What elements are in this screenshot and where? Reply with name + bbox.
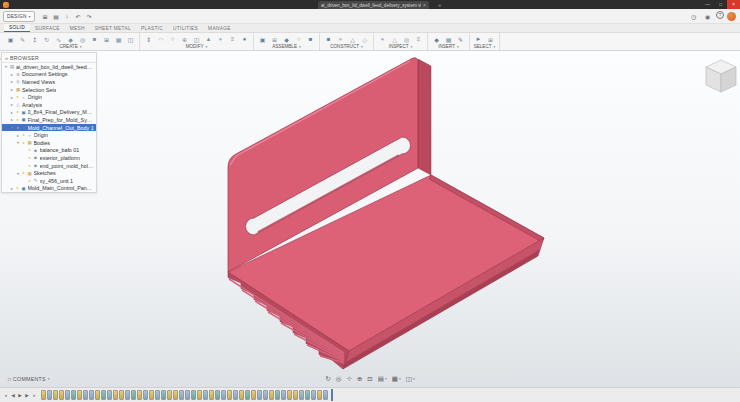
assemble-new-component-tool-icon[interactable]: ▣ [257,34,268,44]
visibility-bulb-icon[interactable]: ● [28,156,32,160]
step-back-button[interactable]: ◀ [10,393,16,398]
expand-arrow-icon[interactable]: ▸ [10,102,14,107]
timeline-feature-extrude-38[interactable] [263,390,268,400]
insert-derive-tool-icon[interactable]: ◆ [431,34,442,44]
timeline-feature-extrude-28[interactable] [203,390,208,400]
timeline-feature-sketch-4[interactable] [59,390,64,400]
expand-arrow-icon[interactable]: ▸ [10,87,14,92]
viewport-canvas[interactable]: ⌂ « BROWSER ▾▤ai_driven_box_lid_dwell_fe… [0,51,740,387]
go-to-start-button[interactable]: « [3,393,9,398]
tree-item-sketches[interactable]: ▾●▦Sketches [2,169,96,177]
measure-tool-icon[interactable]: ⌖ [377,34,388,44]
timeline-feature-extrude-12[interactable] [107,390,112,400]
help-icon[interactable]: ? [716,11,724,19]
user-avatar[interactable] [727,12,736,21]
collapse-arrow-icon[interactable]: ▾ [10,125,14,130]
timeline-feature-extrude-44[interactable] [299,390,304,400]
orbit-button[interactable]: ↻ [325,375,330,383]
revolve-tool-icon[interactable]: ↻ [41,34,52,44]
display-settings-button[interactable]: ▤▾ [378,375,387,383]
timeline-feature-sketch-43[interactable] [293,390,298,400]
timeline-feature-sketch-3[interactable] [53,390,58,400]
document-tab[interactable]: ai_driven_box_lid_dwell_feed_delivery_sy… [318,1,429,9]
tab-sheet-metal[interactable]: SHEET METAL [90,24,136,32]
minimize-button[interactable]: — [701,0,714,9]
tree-item-balance-bafo-01[interactable]: ●◆balance_bafo 01 [2,147,96,155]
ribbon-group-label-modify[interactable]: MODIFY▾ [143,44,250,50]
window-select-tool-icon[interactable]: ⊞ [485,34,496,44]
tree-item-origin[interactable]: ▸●⌖Origin [2,131,96,139]
maximize-button[interactable]: □ [714,0,727,9]
tree-item-mold-channel-out-body-1[interactable]: ▾●▣Mold_Channel_Out_Body 1 [2,124,96,132]
timeline-feature-extrude-46[interactable] [311,390,316,400]
visibility-bulb-icon[interactable]: ● [16,126,20,130]
timeline-feature-extrude-18[interactable] [143,390,148,400]
collapse-arrow-icon[interactable]: ▾ [4,64,8,69]
physical-material-tool-icon[interactable]: ● [239,34,250,44]
mirror-tool-icon[interactable]: ◫ [125,34,136,44]
timeline-feature-extrude-48[interactable] [323,390,328,400]
save-icon[interactable]: ↓ [62,11,73,22]
visibility-bulb-icon[interactable]: ● [16,95,20,99]
visibility-bulb-icon[interactable]: ● [22,133,26,137]
step-forward-button[interactable]: ▶ [24,393,30,398]
model-wall-side-face[interactable] [418,59,431,175]
rigid-group-tool-icon[interactable]: ○ [293,34,304,44]
new-tab-button[interactable]: + [438,1,442,9]
timeline-feature-sketch-36[interactable] [251,390,256,400]
split-body-tool-icon[interactable]: ◫ [191,34,202,44]
close-button[interactable]: × [727,0,740,9]
collapse-arrow-icon[interactable]: ▾ [16,171,20,176]
timeline-feature-sketch-14[interactable] [119,390,124,400]
timeline-feature-sketch-17[interactable] [137,390,142,400]
timeline-feature-sketch-22[interactable] [167,390,172,400]
viewcube-home-icon[interactable]: ⌂ [0,55,694,61]
tree-item-xy-456-unit-1[interactable]: ●✎xy_456_unit 1 [2,177,96,185]
draft-analysis-tool-icon[interactable]: ◎ [401,34,412,44]
construction-axis-tool-icon[interactable]: ⌖ [335,34,346,44]
tree-item-end-point-mold-holder[interactable]: ●◆end_point_mold_holder [2,162,96,170]
timeline-feature-extrude-37[interactable] [257,390,262,400]
sweep-tool-icon[interactable]: ∿ [53,34,64,44]
look-at-button[interactable]: ◎ [336,375,342,383]
data-panel-icon[interactable]: ⊞ [40,11,51,22]
visibility-bulb-icon[interactable]: ● [28,148,32,152]
expand-arrow-icon[interactable]: ▸ [10,72,14,77]
fit-button[interactable]: ⊡ [367,375,372,383]
timeline-feature-extrude-41[interactable] [281,390,286,400]
timeline-feature-sketch-42[interactable] [287,390,292,400]
visibility-bulb-icon[interactable]: ● [22,141,26,145]
tree-item-selection-sets[interactable]: ▸▦Selection Sets [2,86,96,94]
display-mesh-tool-icon[interactable]: ≡ [413,34,424,44]
align-tool-icon[interactable]: ⌖ [215,34,226,44]
expand-arrow-icon[interactable]: ▸ [10,186,14,191]
timeline-feature-extrude-8[interactable] [83,390,88,400]
timeline-feature-sketch-7[interactable] [77,390,82,400]
visibility-bulb-icon[interactable]: ● [16,110,20,114]
file-menu-icon[interactable]: ▤ [51,11,62,22]
expand-arrow-icon[interactable]: ▸ [16,133,20,138]
tab-surface[interactable]: SURFACE [30,24,65,32]
extrude-tool-icon[interactable]: ↥ [29,34,40,44]
fillet-tool-icon[interactable]: ◠ [155,34,166,44]
notifications-icon[interactable]: ◉ [702,11,713,22]
ribbon-group-label-construct[interactable]: CONSTRUCT▾ [323,44,370,50]
timeline-feature-sketch-13[interactable] [113,390,118,400]
timeline-feature-extrude-33[interactable] [233,390,238,400]
model-bracket[interactable] [228,58,544,369]
visibility-bulb-icon[interactable]: ● [28,179,32,183]
timeline-feature-fillet-40[interactable] [275,390,280,400]
timeline-feature-extrude-9[interactable] [89,390,94,400]
ribbon-group-label-create[interactable]: CREATE▾ [5,44,136,50]
timeline-feature-fillet-6[interactable] [71,390,76,400]
undo-icon[interactable]: ↶ [73,11,84,22]
joint-tool-icon[interactable]: ⊞ [269,34,280,44]
tree-item-analysis[interactable]: ▸△Analysis [2,101,96,109]
visibility-bulb-icon[interactable]: ● [16,186,20,190]
timeline-feature-extrude-5[interactable] [65,390,70,400]
tab-plastic[interactable]: PLASTIC [136,24,168,32]
select-tool-icon[interactable]: ► [473,34,484,44]
timeline-feature-sketch-23[interactable] [173,390,178,400]
tree-item-exterior-platform[interactable]: ●◆exterior_platform [2,154,96,162]
timeline-feature-fillet-21[interactable] [161,390,166,400]
